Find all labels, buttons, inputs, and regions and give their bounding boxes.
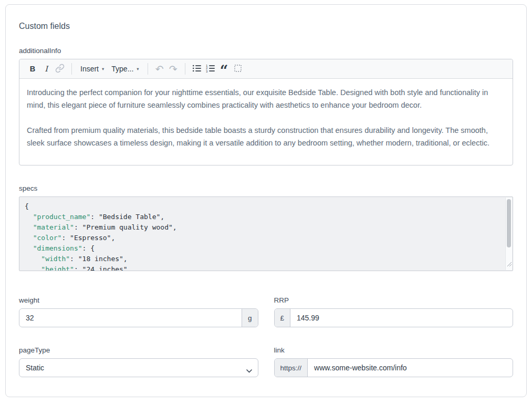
specs-label: specs <box>19 184 513 192</box>
undo-icon: ↶ <box>155 64 164 74</box>
editor-content-area[interactable]: Introducing the perfect companion for yo… <box>19 79 513 149</box>
rrp-field-group: RRP £ <box>274 296 514 327</box>
code-line: "product_name": "Bedside Table", <box>25 212 501 222</box>
dashed-square-icon <box>233 64 243 75</box>
code-line: { <box>25 201 501 212</box>
weight-field-group: weight g <box>19 296 258 327</box>
card-title: Custom fields <box>19 22 513 31</box>
code-line: "height": "24 inches" <box>25 264 501 271</box>
insert-dropdown[interactable]: Insert ▾ <box>77 62 108 76</box>
blockquote-button[interactable]: “ <box>217 62 231 76</box>
protocol-addon: https:// <box>275 359 308 377</box>
redo-icon: ↷ <box>169 64 178 74</box>
bold-button[interactable]: B <box>26 62 39 76</box>
type-dropdown-label: Type... <box>111 65 133 73</box>
editor-paragraph: Introducing the perfect companion for yo… <box>27 86 505 111</box>
bullet-list-icon <box>192 64 202 75</box>
page-type-label: pageType <box>19 346 258 354</box>
additional-info-label: additionalInfo <box>19 47 513 55</box>
blockquote-icon: “ <box>220 64 228 74</box>
code-line: "color": "Espresso", <box>25 233 501 243</box>
link-input-wrap: https:// <box>274 358 514 377</box>
code-line: "width": "18 inches", <box>25 254 501 264</box>
weight-label: weight <box>19 296 258 304</box>
link-label: link <box>274 346 514 354</box>
page-type-select-wrap: Static <box>19 358 258 377</box>
numbered-list-button[interactable]: 1 2 3 <box>204 62 217 76</box>
redo-button[interactable]: ↷ <box>166 62 180 76</box>
rrp-label: RRP <box>274 296 514 304</box>
link-field-group: link https:// <box>274 346 514 377</box>
rich-text-editor: B I Insert ▾ Type... ▾ ↶ <box>19 59 513 165</box>
type-dropdown[interactable]: Type... ▾ <box>108 62 142 76</box>
editor-toolbar: B I Insert ▾ Type... ▾ ↶ <box>19 59 513 79</box>
resize-handle-icon[interactable] <box>507 260 512 270</box>
weight-unit-addon: g <box>242 309 258 327</box>
rrp-input-wrap: £ <box>274 308 514 327</box>
undo-button[interactable]: ↶ <box>153 62 166 76</box>
editor-paragraph: Crafted from premium quality materials, … <box>27 124 505 149</box>
page-type-select[interactable]: Static <box>19 358 258 377</box>
page-type-field-group: pageType Static <box>19 346 258 377</box>
chevron-down-icon: ▾ <box>137 66 139 71</box>
toolbar-divider <box>185 63 185 75</box>
scrollbar-thumb[interactable] <box>507 199 511 247</box>
custom-fields-card: Custom fields additionalInfo B I Insert … <box>5 4 527 397</box>
code-line: "material": "Premium quality wood", <box>25 222 501 233</box>
bullet-list-button[interactable] <box>190 62 204 76</box>
weight-input-wrap: g <box>19 308 258 327</box>
italic-button[interactable]: I <box>39 62 53 76</box>
specs-code-textarea[interactable]: { "product_name": "Bedside Table", "mate… <box>19 196 513 271</box>
dashed-box-button[interactable] <box>231 62 245 76</box>
link-icon <box>55 64 65 75</box>
numbered-list-icon: 1 2 3 <box>206 64 215 75</box>
link-button[interactable] <box>53 62 67 76</box>
rrp-input[interactable] <box>290 309 513 327</box>
link-input[interactable] <box>308 359 513 377</box>
toolbar-divider <box>148 63 148 75</box>
insert-dropdown-label: Insert <box>80 65 99 73</box>
toolbar-divider <box>71 63 72 75</box>
currency-addon: £ <box>275 309 291 327</box>
chevron-down-icon: ▾ <box>102 66 104 71</box>
weight-input[interactable] <box>19 309 242 327</box>
svg-text:3: 3 <box>206 69 208 72</box>
code-line: "dimensions": { <box>25 243 501 254</box>
